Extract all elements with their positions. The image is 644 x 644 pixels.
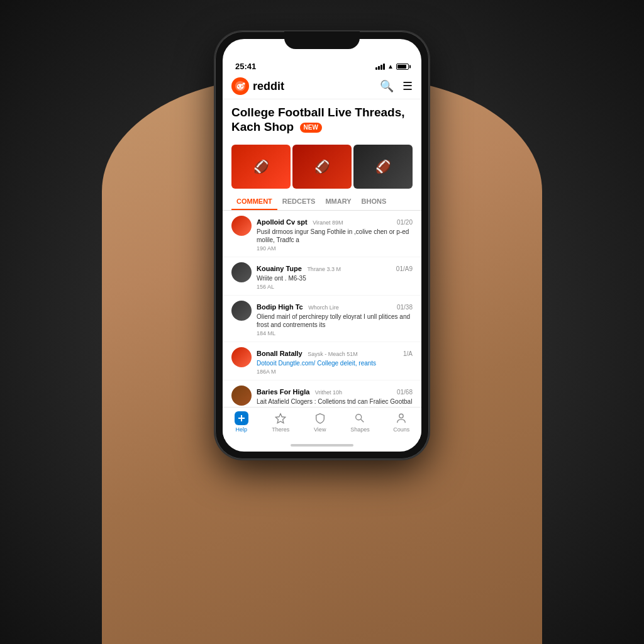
comment-username: Apolloid Cv spt <box>257 218 308 226</box>
comment-link-text[interactable]: Dotooit Dungtle.com/ College deleit, rea… <box>257 359 413 367</box>
image-strip: 🏈 🏈 🏈 <box>223 145 421 189</box>
comment-header: Baries For Higla Vrithet 10h 01/68 <box>257 386 413 397</box>
comment-username: Bodip High Tc <box>257 303 303 311</box>
post-title: College Football Live Threads, Kach Shop… <box>231 106 413 135</box>
comment-meta: Viranet 89M <box>313 219 343 226</box>
post-header: College Football Live Threads, Kach Shop… <box>223 99 421 145</box>
svg-point-3 <box>242 86 243 87</box>
comment-meta: Saysk - Meach 51M <box>308 351 358 357</box>
comment-score: 01/38 <box>397 304 413 311</box>
tab-comment[interactable]: COMMENT <box>231 194 277 210</box>
phone-device: 25:41 ▲ <box>215 31 429 459</box>
menu-icon[interactable]: ☰ <box>402 79 413 93</box>
status-icons: ▲ <box>375 63 409 70</box>
image-thumb-1[interactable]: 🏈 <box>231 145 291 189</box>
wifi-icon: ▲ <box>387 63 394 70</box>
avatar <box>231 262 252 282</box>
phone-screen: 25:41 ▲ <box>223 39 421 452</box>
comment-score: 01/A9 <box>396 265 413 272</box>
tab-mmary[interactable]: MMARY <box>320 194 356 210</box>
status-time: 25:41 <box>235 62 256 71</box>
comment-item: Bonall Ratally Saysk - Meach 51M 1/A Dot… <box>223 342 421 380</box>
svg-point-10 <box>399 414 403 418</box>
person-icon <box>394 411 408 425</box>
svg-marker-7 <box>276 414 286 423</box>
tab-bhons[interactable]: BHONS <box>357 194 392 210</box>
comment-time: 156 AL <box>257 284 413 290</box>
comment-score: 01/68 <box>397 389 413 396</box>
avatar <box>231 216 252 236</box>
comment-time: 190 AM <box>257 245 413 252</box>
nav-label-help: Help <box>235 426 247 433</box>
reddit-logo: reddit <box>231 77 284 95</box>
nav-item-theres[interactable]: Theres <box>272 411 289 433</box>
comment-score: 01/20 <box>397 219 413 226</box>
nav-item-couns[interactable]: Couns <box>393 411 409 433</box>
comment-item: Bodip High Tc Whorch Lire 01/38 Oliend m… <box>223 296 421 342</box>
comment-item: Kouainy Tupe Thrane 3.3 M 01/A9 Wriite o… <box>223 257 421 296</box>
comment-item: Baries For Higla Vrithet 10h 01/68 Lait … <box>223 380 421 407</box>
snoo-svg <box>235 80 246 92</box>
nav-label-theres: Theres <box>272 426 289 433</box>
bottom-navigation: Help Theres View <box>223 407 421 439</box>
home-bar <box>291 444 353 447</box>
comment-meta: Whorch Lire <box>308 304 339 311</box>
comment-content: Bonall Ratally Saysk - Meach 51M 1/A Dot… <box>257 347 413 375</box>
comments-list: Apolloid Cv spt Viranet 89M 01/20 Pusil … <box>223 211 421 407</box>
home-indicator <box>223 439 421 452</box>
comment-header: Kouainy Tupe Thrane 3.3 M 01/A9 <box>257 262 413 274</box>
comment-meta: Thrane 3.3 M <box>307 266 341 272</box>
avatar <box>231 386 252 406</box>
plus-icon <box>235 411 248 425</box>
comment-text: Wriite ont . M6-35 <box>257 274 413 282</box>
header-action-icons: 🔍 ☰ <box>380 79 413 93</box>
comment-time: 184 ML <box>257 330 413 336</box>
thumb-placeholder-3: 🏈 <box>353 145 413 189</box>
nav-label-shapes: Shapes <box>350 426 370 433</box>
nav-item-help[interactable]: Help <box>235 411 248 433</box>
reddit-snoo-icon <box>231 77 249 95</box>
image-thumb-3[interactable]: 🏈 <box>353 145 413 189</box>
thumb-placeholder-1: 🏈 <box>231 145 291 189</box>
status-bar: 25:41 ▲ <box>223 57 421 74</box>
nav-label-view: View <box>314 426 326 433</box>
nav-label-couns: Couns <box>393 426 409 433</box>
shield-icon <box>313 411 327 425</box>
reddit-wordmark: reddit <box>253 80 284 93</box>
comment-username: Kouainy Tupe <box>257 265 302 272</box>
svg-point-1 <box>237 84 244 89</box>
search-nav-icon <box>353 411 367 425</box>
app-header: reddit 🔍 ☰ <box>223 74 421 99</box>
battery-icon <box>396 64 409 70</box>
comment-username: Baries For Higla <box>257 388 309 396</box>
comment-content: Bodip High Tc Whorch Lire 01/38 Oliend m… <box>257 301 413 336</box>
tab-redcets[interactable]: REDCETS <box>277 194 321 210</box>
new-badge: NEW <box>300 123 322 133</box>
nav-item-shapes[interactable]: Shapes <box>350 411 370 433</box>
comment-username: Bonall Ratally <box>257 350 303 357</box>
tab-bar: COMMENT REDCETS MMARY BHONS <box>223 194 421 211</box>
avatar <box>231 347 252 367</box>
comment-score: 1/A <box>403 350 413 357</box>
avatar <box>231 301 252 321</box>
scene: 25:41 ▲ <box>0 0 644 644</box>
comment-text: Lait Atafield Clogers : Colletions tnd c… <box>257 397 413 407</box>
comment-text: Oliend mairl of perchirepy tolly eloyrat… <box>257 313 413 329</box>
comment-text: Pusil drmoos ingur Sang Fothile in ,coli… <box>257 228 413 244</box>
comment-header: Bodip High Tc Whorch Lire 01/38 <box>257 301 413 312</box>
phone-notch <box>284 31 360 49</box>
star-icon <box>274 411 287 425</box>
signal-icon <box>375 64 385 70</box>
comment-content: Apolloid Cv spt Viranet 89M 01/20 Pusil … <box>257 216 413 252</box>
comment-header: Bonall Ratally Saysk - Meach 51M 1/A <box>257 347 413 358</box>
comment-meta: Vrithet 10h <box>315 389 342 396</box>
nav-item-view[interactable]: View <box>313 411 327 433</box>
search-icon[interactable]: 🔍 <box>380 79 394 93</box>
svg-point-8 <box>356 414 362 420</box>
image-thumb-2[interactable]: 🏈 <box>292 145 352 189</box>
thumb-placeholder-2: 🏈 <box>292 145 352 189</box>
svg-line-9 <box>361 419 364 423</box>
comment-content: Kouainy Tupe Thrane 3.3 M 01/A9 Wriite o… <box>257 262 413 290</box>
comment-item: Apolloid Cv spt Viranet 89M 01/20 Pusil … <box>223 211 421 257</box>
comment-content: Baries For Higla Vrithet 10h 01/68 Lait … <box>257 386 413 407</box>
